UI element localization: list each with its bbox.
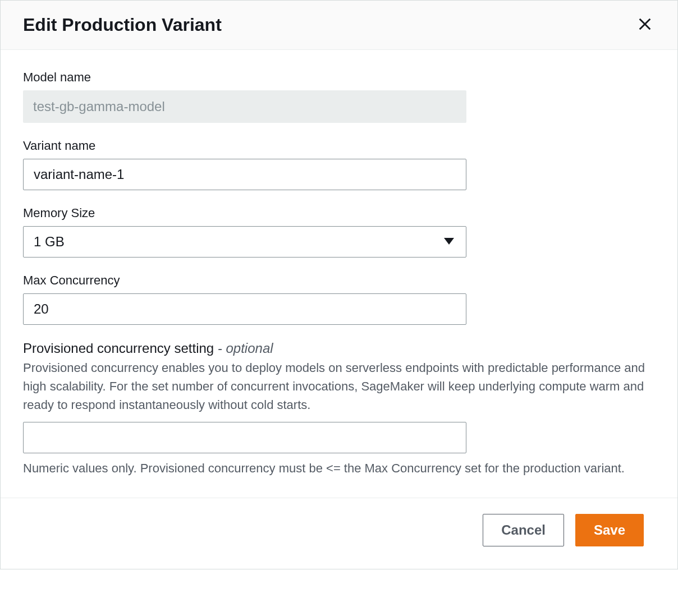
provisioned-concurrency-label: Provisioned concurrency setting - option… — [23, 341, 655, 356]
variant-name-label: Variant name — [23, 139, 655, 153]
provisioned-concurrency-label-text: Provisioned concurrency setting — [23, 341, 214, 356]
provisioned-concurrency-input[interactable] — [23, 422, 466, 453]
memory-size-group: Memory Size 1 GB — [23, 206, 655, 258]
model-name-group: Model name test-gb-gamma-model — [23, 70, 655, 123]
optional-suffix: - optional — [214, 341, 273, 356]
provisioned-concurrency-group: Provisioned concurrency setting - option… — [23, 341, 655, 477]
memory-size-label: Memory Size — [23, 206, 655, 220]
memory-size-select[interactable]: 1 GB — [23, 226, 466, 258]
close-icon — [637, 16, 653, 34]
max-concurrency-label: Max Concurrency — [23, 273, 655, 288]
provisioned-concurrency-hint: Numeric values only. Provisioned concurr… — [23, 459, 655, 477]
modal-footer: Cancel Save — [1, 498, 677, 569]
edit-production-variant-modal: Edit Production Variant Model name test-… — [0, 0, 678, 569]
save-button[interactable]: Save — [575, 514, 644, 546]
memory-size-value: 1 GB — [34, 234, 65, 249]
max-concurrency-group: Max Concurrency — [23, 273, 655, 325]
modal-title: Edit Production Variant — [23, 15, 222, 35]
provisioned-concurrency-description: Provisioned concurrency enables you to d… — [23, 358, 655, 414]
max-concurrency-input[interactable] — [23, 293, 466, 325]
model-name-label: Model name — [23, 70, 655, 85]
memory-size-select-wrapper: 1 GB — [23, 226, 466, 258]
close-button[interactable] — [635, 14, 655, 36]
variant-name-input[interactable] — [23, 159, 466, 190]
model-name-field: test-gb-gamma-model — [23, 90, 466, 123]
modal-body: Model name test-gb-gamma-model Variant n… — [1, 50, 677, 498]
variant-name-group: Variant name — [23, 139, 655, 190]
cancel-button[interactable]: Cancel — [483, 514, 564, 546]
modal-header: Edit Production Variant — [1, 1, 677, 50]
